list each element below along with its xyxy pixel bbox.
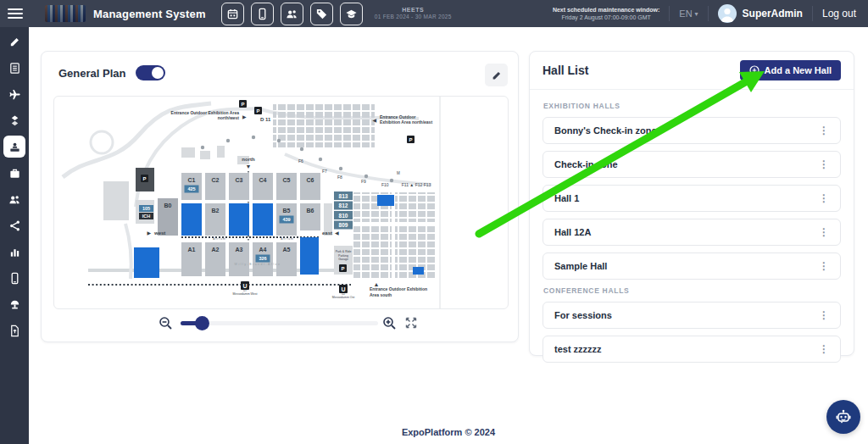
map-label: M: [397, 171, 400, 175]
general-plan-toggle[interactable]: [136, 65, 165, 80]
robot-icon: [833, 407, 854, 427]
edit-plan-button[interactable]: [485, 64, 508, 86]
hall-item-label: Sample Hall: [554, 261, 607, 271]
floor-plan-map[interactable]: C1425C2C3C4C5C6B0B2B5439B6A1A2A3A4326A58…: [53, 96, 509, 309]
hall-list-title: Hall List: [542, 64, 588, 77]
kebab-menu-icon[interactable]: ⋮: [819, 261, 829, 271]
sidebar-item-halls[interactable]: [3, 136, 25, 158]
user-menu[interactable]: SuperAdmin: [718, 4, 803, 23]
header-quick-nav: [221, 3, 363, 25]
map-label: Atrium: [213, 237, 226, 241]
map-hall-highlight[interactable]: [253, 203, 273, 236]
map-label: Area south: [370, 292, 392, 297]
hall-section-label: EXHIBITION HALLS: [543, 102, 840, 110]
hall-list-item[interactable]: Bonny's Check-in zone⋮: [542, 117, 841, 144]
sidebar-item-documents[interactable]: [3, 319, 25, 341]
hall-list-item[interactable]: test zzzzzz⋮: [542, 336, 841, 363]
map-label: Willy-Brandt-Allee: [235, 263, 281, 266]
mobile-icon: [256, 8, 269, 20]
map-side-badge-label: ICH: [142, 214, 151, 219]
language-selector[interactable]: EN ▾: [679, 8, 698, 19]
header-calendar-button[interactable]: [221, 3, 244, 25]
map-label: ▶: [147, 230, 151, 236]
app-title: Management System: [93, 8, 206, 20]
kebab-menu-icon[interactable]: ⋮: [819, 193, 829, 203]
hall-list-item[interactable]: For sessions⋮: [542, 302, 841, 329]
chatbot-button[interactable]: [826, 400, 860, 434]
map-hall-highlight[interactable]: [229, 203, 249, 236]
hall-list-sections: EXHIBITION HALLSBonny's Check-in zone⋮Ch…: [530, 90, 854, 363]
registration-icon: [8, 62, 21, 75]
attendees-icon: [286, 8, 298, 20]
hall-item-label: Bonny's Check-in zone: [554, 125, 657, 136]
add-new-hall-button[interactable]: Add a New Hall: [740, 60, 841, 80]
map-building: [217, 146, 225, 158]
map-label: ▶: [242, 114, 247, 119]
map-building: [181, 147, 195, 158]
hamburger-menu-icon[interactable]: [8, 8, 23, 19]
header-education-button[interactable]: [340, 3, 363, 25]
map-hall-highlight[interactable]: [300, 237, 319, 275]
map-hall-highlight[interactable]: [413, 267, 424, 275]
map-hall-highlight[interactable]: [134, 247, 159, 278]
add-new-hall-label: Add a New Hall: [765, 65, 832, 75]
map-label: Garage: [338, 258, 348, 261]
sidebar-item-travel[interactable]: [3, 83, 25, 105]
zoom-in-icon[interactable]: [382, 316, 397, 330]
kebab-menu-icon[interactable]: ⋮: [819, 159, 829, 169]
header-tag-button[interactable]: [310, 3, 333, 25]
kebab-menu-icon[interactable]: ⋮: [819, 125, 829, 136]
sidebar-item-analytics[interactable]: [3, 241, 25, 263]
map-label: ◀: [335, 230, 339, 236]
hall-list-item[interactable]: Check-in zone⋮: [542, 151, 841, 178]
header-mobile-button[interactable]: [251, 3, 274, 25]
hall-list-item[interactable]: Hall 12A⋮: [542, 219, 841, 246]
top-header: Management System HEETS 01 FEB 2024 - 30…: [0, 0, 868, 27]
hall-list-item[interactable]: Hall 1⋮: [542, 185, 841, 212]
fullscreen-icon[interactable]: [404, 316, 418, 330]
chevron-down-icon: ▾: [695, 10, 698, 18]
map-label: Atrium: [281, 237, 294, 241]
zoom-slider[interactable]: [181, 321, 378, 325]
parking-icon-label: P: [256, 108, 259, 114]
map-hall-label: C3: [236, 177, 243, 183]
map-stack-badge-label: 810: [339, 213, 348, 219]
halls-icon: [8, 141, 21, 153]
share-icon: [8, 219, 21, 232]
sidebar-nav: [0, 27, 29, 444]
zoom-slider-handle[interactable]: [195, 316, 209, 330]
kebab-menu-icon[interactable]: ⋮: [819, 310, 829, 320]
education-icon: [345, 8, 358, 20]
event-info: HEETS 01 FEB 2024 - 30 MAR 2025: [375, 7, 452, 21]
logout-button[interactable]: Log out: [822, 8, 856, 19]
map-hall-badge-label: 439: [282, 217, 290, 222]
map-label: east: [322, 230, 332, 236]
sidebar-item-registration[interactable]: [3, 57, 25, 79]
hall-list-item[interactable]: Sample Hall⋮: [542, 253, 841, 280]
sidebar-item-stands[interactable]: [3, 293, 25, 315]
map-label: Park & Ride: [336, 250, 352, 253]
map-hall-label: C5: [283, 177, 291, 183]
map-hall-highlight[interactable]: [377, 195, 394, 206]
sidebar-item-edit[interactable]: [3, 31, 25, 53]
sidebar-item-exhibitors[interactable]: [3, 162, 25, 184]
hall-section-label: CONFERENCE HALLS: [543, 286, 840, 295]
header-attendees-button[interactable]: [281, 3, 303, 25]
map-hall-label: C1: [188, 177, 196, 183]
sidebar-item-badges[interactable]: [3, 109, 25, 131]
kebab-menu-icon[interactable]: ⋮: [819, 227, 829, 237]
map-hall-highlight[interactable]: [181, 203, 202, 236]
edit-icon: [8, 36, 21, 48]
sidebar-item-attendees[interactable]: [3, 188, 25, 210]
map-hall-badge-label: 425: [187, 186, 195, 191]
sidebar-item-share[interactable]: [3, 214, 25, 236]
sidebar-item-mobile[interactable]: [3, 267, 25, 289]
kebab-menu-icon[interactable]: ⋮: [819, 344, 829, 354]
username: SuperAdmin: [743, 8, 803, 19]
map-label: D 11: [260, 117, 271, 122]
exhibitors-icon: [8, 167, 21, 180]
zoom-out-icon[interactable]: [159, 316, 173, 330]
map-hall-label: B2: [212, 208, 220, 214]
hall-item-label: test zzzzzz: [554, 344, 602, 354]
map-label: Messedamm Ost: [332, 296, 354, 299]
